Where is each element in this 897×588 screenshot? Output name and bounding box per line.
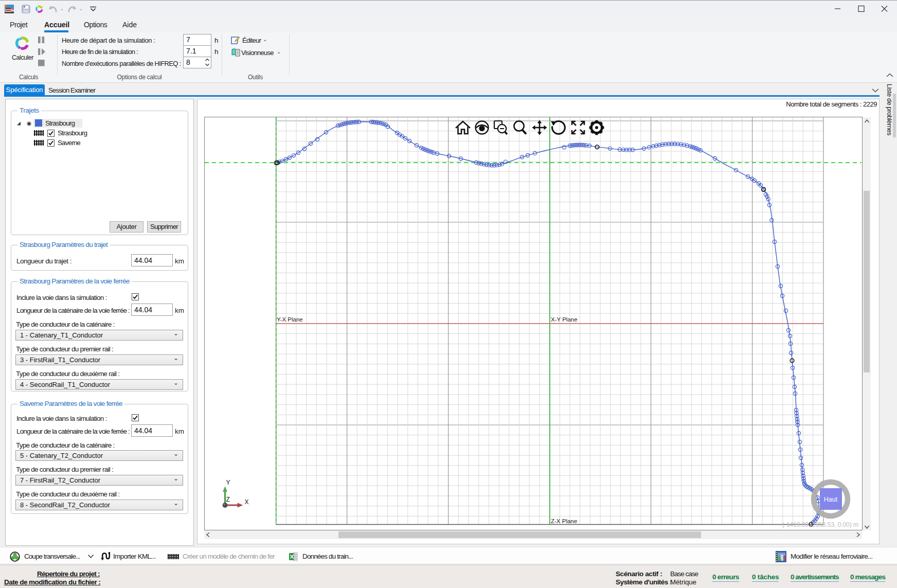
svg-text:Y: Y [226,479,230,486]
svg-text:Z: Z [226,496,230,503]
svg-text:X-Y Plane: X-Y Plane [551,316,578,323]
svg-text:X: X [245,498,249,506]
svg-text:Y-X Plane: Y-X Plane [277,316,303,323]
svg-text:(-1419.99, 2358.53, 0.00) m: (-1419.99, 2358.53, 0.00) m [782,521,858,528]
svg-text:Haut: Haut [824,496,838,503]
svg-text:Z-X Plane: Z-X Plane [551,518,577,524]
